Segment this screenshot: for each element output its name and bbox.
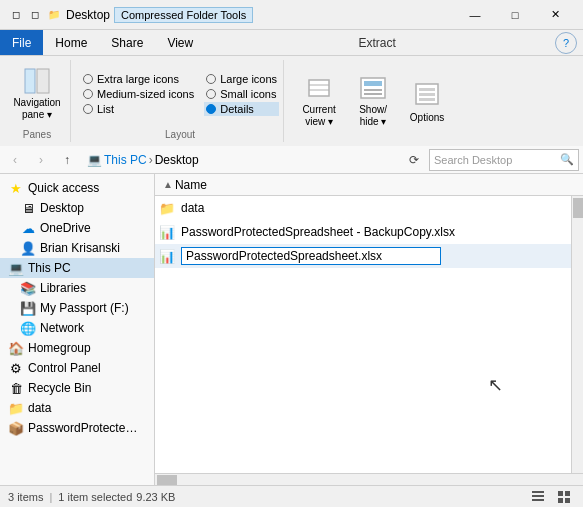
sidebar-label-brian: Brian Krisanski	[40, 241, 120, 255]
refresh-button[interactable]: ⟳	[403, 149, 425, 171]
options-button[interactable]: Options	[402, 71, 452, 131]
file-name-backup: PasswordProtectedSpreadsheet - BackupCop…	[181, 225, 455, 239]
tab-share[interactable]: Share	[99, 30, 155, 55]
title-bar: ◻ ◻ 📁 Desktop Compressed Folder Tools — …	[0, 0, 583, 30]
sidebar-label-homegroup: Homegroup	[28, 341, 91, 355]
h-scroll-thumb[interactable]	[157, 475, 177, 485]
sidebar-item-libraries[interactable]: 📚 Libraries	[0, 278, 154, 298]
show-hide-button[interactable]: Show/hide ▾	[348, 71, 398, 131]
fwd-icon[interactable]: ◻	[27, 7, 43, 23]
file-item-backup[interactable]: 📊 PasswordProtectedSpreadsheet - BackupC…	[155, 220, 571, 244]
content-scroll-area: 📁 data 📊 PasswordProtectedSpreadsheet - …	[155, 196, 583, 473]
current-view-button[interactable]: Currentview ▾	[294, 71, 344, 131]
large-icons-option[interactable]: Large icons	[204, 72, 279, 86]
sidebar-item-onedrive[interactable]: ☁ OneDrive	[0, 218, 154, 238]
name-column-header[interactable]: Name	[175, 178, 207, 192]
help-button[interactable]: ?	[555, 32, 577, 54]
svg-rect-7	[364, 89, 382, 91]
sidebar-item-brian[interactable]: 👤 Brian Krisanski	[0, 238, 154, 258]
show-hide-icon	[357, 74, 389, 102]
main-area: ★ Quick access 🖥 Desktop ☁ OneDrive 👤 Br…	[0, 174, 583, 485]
sidebar-item-this-pc[interactable]: 💻 This PC	[0, 258, 154, 278]
breadcrumb-icon: 💻	[87, 153, 102, 167]
tab-home[interactable]: Home	[43, 30, 99, 55]
nav-pane-icon	[21, 67, 53, 95]
scroll-thumb[interactable]	[573, 198, 583, 218]
extra-large-icons-option[interactable]: Extra large icons	[81, 72, 196, 86]
radio-extra-large	[83, 74, 93, 84]
control-panel-icon: ⚙	[8, 360, 24, 376]
up-button[interactable]: ↑	[56, 149, 78, 171]
layout-label: Layout	[81, 127, 279, 142]
sidebar-item-control-panel[interactable]: ⚙ Control Panel	[0, 358, 154, 378]
status-sep1: |	[49, 491, 52, 503]
back-button[interactable]: ‹	[4, 149, 26, 171]
navigation-pane-button[interactable]: Navigationpane ▾	[12, 64, 62, 124]
current-view-label: Currentview ▾	[302, 104, 335, 128]
sidebar-item-desktop[interactable]: 🖥 Desktop	[0, 198, 154, 218]
maximize-button[interactable]: □	[495, 0, 535, 30]
sidebar-item-data[interactable]: 📁 data	[0, 398, 154, 418]
file-item-renaming[interactable]: 📊	[155, 244, 571, 268]
breadcrumb[interactable]: 💻 This PC › Desktop	[82, 149, 399, 171]
nav-bar: ‹ › ↑ 💻 This PC › Desktop ⟳ Search Deskt…	[0, 146, 583, 174]
libraries-icon: 📚	[20, 280, 36, 296]
sidebar-item-recycle-bin[interactable]: 🗑 Recycle Bin	[0, 378, 154, 398]
drive-icon: 💾	[20, 300, 36, 316]
radio-list	[83, 104, 93, 114]
svg-rect-0	[25, 69, 35, 93]
svg-rect-14	[532, 495, 544, 497]
radio-small	[206, 89, 216, 99]
folder-data-icon: 📁	[159, 200, 175, 216]
small-icons-option[interactable]: Small icons	[204, 87, 279, 101]
sidebar-item-my-passport[interactable]: 💾 My Passport (F:)	[0, 298, 154, 318]
sidebar-item-network[interactable]: 🌐 Network	[0, 318, 154, 338]
medium-icons-option[interactable]: Medium-sized icons	[81, 87, 196, 101]
close-button[interactable]: ✕	[535, 0, 575, 30]
back-icon[interactable]: ◻	[8, 7, 24, 23]
svg-rect-16	[558, 491, 563, 496]
sidebar: ★ Quick access 🖥 Desktop ☁ OneDrive 👤 Br…	[0, 174, 155, 485]
onedrive-icon: ☁	[20, 220, 36, 236]
ribbon-badge: Compressed Folder Tools	[114, 7, 253, 23]
sidebar-label-control-panel: Control Panel	[28, 361, 101, 375]
sidebar-label-data: data	[28, 401, 51, 415]
options-icon	[411, 78, 443, 110]
status-right	[527, 486, 575, 508]
tab-file[interactable]: File	[0, 30, 43, 55]
tab-extract[interactable]: Extract	[205, 30, 549, 55]
sidebar-label-my-passport: My Passport (F:)	[40, 301, 129, 315]
svg-rect-8	[364, 93, 382, 95]
svg-rect-12	[419, 98, 435, 101]
sidebar-item-zip[interactable]: 📦 PasswordProtectedSpreadsheet.zip	[0, 418, 154, 438]
list-option[interactable]: List	[81, 102, 196, 116]
search-box[interactable]: Search Desktop 🔍	[429, 149, 579, 171]
options-label: Options	[410, 112, 444, 124]
svg-rect-6	[364, 81, 382, 86]
forward-button[interactable]: ›	[30, 149, 52, 171]
show-hide-label: Show/hide ▾	[359, 104, 387, 128]
vertical-scrollbar[interactable]	[571, 196, 583, 473]
large-icons-view-button[interactable]	[553, 486, 575, 508]
sidebar-label-recycle-bin: Recycle Bin	[28, 381, 91, 395]
sidebar-label-onedrive: OneDrive	[40, 221, 91, 235]
layout-group: Extra large icons Medium-sized icons Lis…	[73, 60, 284, 142]
details-view-button[interactable]	[527, 486, 549, 508]
sidebar-label-libraries: Libraries	[40, 281, 86, 295]
horizontal-scrollbar[interactable]	[155, 473, 583, 485]
minimize-button[interactable]: —	[455, 0, 495, 30]
user-icon: 👤	[20, 240, 36, 256]
search-placeholder: Search Desktop	[434, 154, 512, 166]
tab-view[interactable]: View	[155, 30, 205, 55]
file-item-data[interactable]: 📁 data	[155, 196, 571, 220]
details-option[interactable]: Details	[204, 102, 279, 116]
sidebar-item-homegroup[interactable]: 🏠 Homegroup	[0, 338, 154, 358]
ribbon-content: Navigationpane ▾ Panes Extra large icons…	[0, 56, 583, 146]
sidebar-item-quick-access[interactable]: ★ Quick access	[0, 178, 154, 198]
column-header[interactable]: ▲ Name	[155, 174, 583, 196]
network-icon: 🌐	[20, 320, 36, 336]
zip-icon: 📦	[8, 420, 24, 436]
svg-rect-10	[419, 88, 435, 91]
sidebar-label-this-pc: This PC	[28, 261, 71, 275]
rename-input[interactable]	[181, 247, 441, 265]
